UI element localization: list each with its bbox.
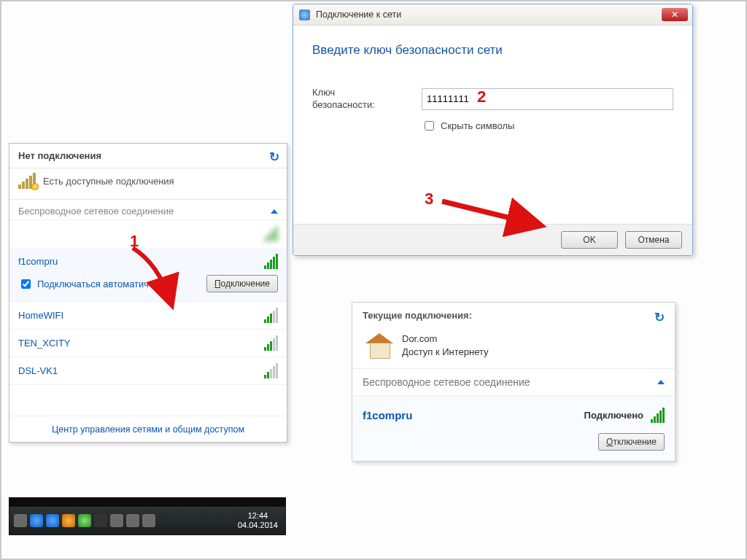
signal-icon xyxy=(264,308,278,323)
signal-icon xyxy=(264,335,278,351)
network-name: f1compru xyxy=(363,409,412,421)
tray-volume-icon[interactable] xyxy=(142,514,155,527)
connect-button[interactable]: Подключение xyxy=(206,275,278,292)
chevron-up-icon xyxy=(657,380,665,384)
refresh-icon[interactable]: ↻ xyxy=(269,149,279,165)
security-key-dialog: Подключение к сети ✕ Введите ключ безопа… xyxy=(293,4,693,256)
network-name: DSL-VK1 xyxy=(18,365,58,376)
tray-plug-icon[interactable] xyxy=(94,514,107,527)
tray-icon[interactable] xyxy=(78,514,91,527)
wireless-section-header[interactable]: Беспроводное сетевое соединение xyxy=(9,200,287,220)
tray-icon[interactable] xyxy=(46,514,59,527)
signal-icon xyxy=(264,254,278,269)
connected-flyout: Текущие подключения: ↻ Dor.com Доступ к … xyxy=(352,302,676,462)
connection-state: Доступ к Интернету xyxy=(402,346,489,359)
connected-network-item[interactable]: f1compru Подключено Отключение xyxy=(352,396,675,461)
signal-icon xyxy=(264,363,278,378)
connected-title: Текущие подключения: xyxy=(363,310,472,325)
tray-flag-icon[interactable] xyxy=(110,514,123,527)
network-name: TEN_XCITY xyxy=(18,338,71,349)
network-item-home[interactable]: HomeWIFI xyxy=(9,302,287,330)
signal-icon xyxy=(264,226,278,241)
network-state: Подключено xyxy=(584,410,643,421)
available-row: Есть доступные подключения xyxy=(9,168,287,200)
hide-chars-checkbox[interactable]: Скрыть символы xyxy=(422,119,673,133)
connected-title-row: Текущие подключения: ↻ xyxy=(352,303,675,330)
windows-taskbar: 12:44 04.04.2014 xyxy=(9,506,286,535)
network-item-ten[interactable]: TEN_XCITY xyxy=(9,330,287,357)
ok-button[interactable]: OK xyxy=(561,231,618,249)
network-name: HomeWIFI xyxy=(18,310,63,321)
tray-show-hidden-icon[interactable] xyxy=(14,514,27,527)
network-name: f1compru xyxy=(18,256,58,267)
tray-icon[interactable] xyxy=(30,514,43,527)
dialog-body: Введите ключ безопасности сети Ключ безо… xyxy=(293,26,692,133)
cancel-button[interactable]: Отмена xyxy=(625,231,682,249)
network-item-dsl[interactable]: DSL-VK1 xyxy=(9,357,287,385)
hide-chars-label: Скрыть символы xyxy=(441,120,514,131)
wireless-section-label: Беспроводное сетевое соединение xyxy=(18,206,174,217)
flyout-title-row: Нет подключения ↻ xyxy=(9,144,287,168)
wireless-section-header[interactable]: Беспроводное сетевое соединение xyxy=(352,369,675,396)
browser-address-bar-fragment xyxy=(9,497,286,506)
network-flyout: Нет подключения ↻ Есть доступные подключ… xyxy=(9,143,287,443)
close-button[interactable]: ✕ xyxy=(662,8,688,21)
network-item-selected[interactable]: f1compru Подключаться автоматически Подк… xyxy=(9,248,287,302)
tray-icon[interactable] xyxy=(62,514,75,527)
hide-chars-input[interactable] xyxy=(425,121,434,131)
dialog-titlebar[interactable]: Подключение к сети ✕ xyxy=(293,4,692,26)
auto-connect-checkbox[interactable]: Подключаться автоматически xyxy=(18,277,169,291)
taskbar-clock[interactable]: 12:44 04.04.2014 xyxy=(238,511,281,530)
flyout-title: Нет подключения xyxy=(18,150,101,161)
refresh-icon[interactable]: ↻ xyxy=(654,310,665,325)
network-center-link[interactable]: Центр управления сетями и общим доступом xyxy=(52,424,244,435)
connect-label-tail: одключение xyxy=(221,279,270,289)
auto-connect-input[interactable] xyxy=(21,279,31,289)
flyout-spacer xyxy=(9,385,287,416)
close-icon: ✕ xyxy=(671,9,678,20)
network-dialog-icon xyxy=(299,9,310,20)
tray-network-icon[interactable] xyxy=(126,514,139,527)
dialog-heading: Введите ключ безопасности сети xyxy=(312,43,673,58)
clock-time: 12:44 xyxy=(238,511,278,521)
available-text: Есть доступные подключения xyxy=(43,176,174,187)
dialog-button-bar: OK Отмена xyxy=(293,224,692,255)
network-item-masked[interactable] xyxy=(9,220,287,248)
disconnect-button[interactable]: Отключение xyxy=(598,433,665,451)
current-connection[interactable]: Dor.com Доступ к Интернету xyxy=(352,330,675,369)
auto-connect-label: Подключаться автоматически xyxy=(37,279,169,289)
chevron-up-icon xyxy=(271,209,278,214)
security-key-label: Ключ безопасности: xyxy=(312,87,400,112)
connection-name: Dor.com xyxy=(402,332,489,346)
wifi-available-icon xyxy=(18,173,36,189)
security-key-input[interactable] xyxy=(422,88,673,110)
flyout-footer: Центр управления сетями и общим доступом xyxy=(9,416,287,442)
clock-date: 04.04.2014 xyxy=(238,521,278,530)
signal-icon xyxy=(651,408,665,423)
dialog-title: Подключение к сети xyxy=(316,9,401,20)
home-network-icon xyxy=(365,333,393,358)
wireless-section-label: Беспроводное сетевое соединение xyxy=(363,376,530,388)
security-key-row: Ключ безопасности: xyxy=(312,87,673,112)
